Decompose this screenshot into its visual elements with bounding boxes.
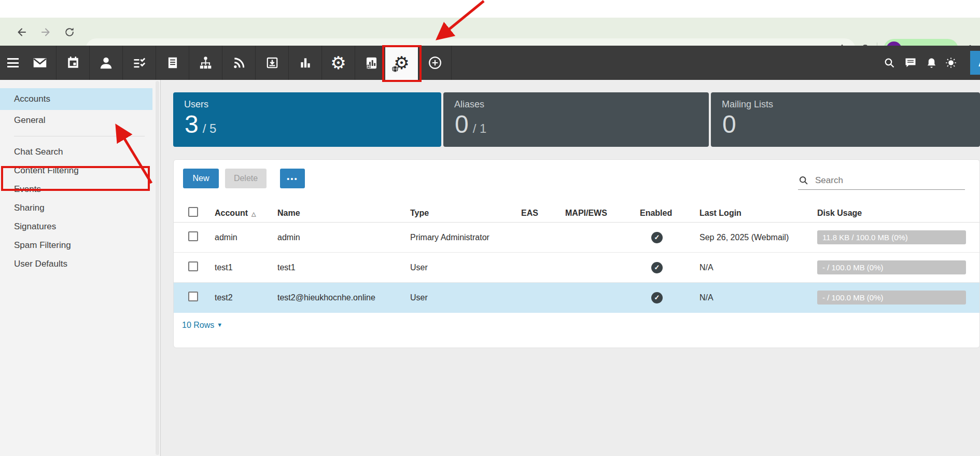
sidebar-item-user-defaults[interactable]: User Defaults <box>0 255 152 273</box>
notifications-bell-icon[interactable] <box>921 46 941 80</box>
header-last-login[interactable]: Last Login <box>699 209 817 218</box>
domain-settings-icon[interactable]: ⚙ <box>385 46 418 80</box>
cell-last-login: N/A <box>699 263 817 272</box>
accounts-panel: New Delete ••• Account△ Name Type EAS MA… <box>173 159 980 348</box>
delete-button[interactable]: Delete <box>225 169 267 188</box>
sidebar-item-spam-filtering[interactable]: Spam Filtering <box>0 236 152 255</box>
row-checkbox[interactable] <box>188 231 198 241</box>
sidebar-item-events[interactable]: Events <box>0 180 152 199</box>
sidebar-divider <box>14 136 145 136</box>
sidebar-item-general[interactable]: General <box>0 110 152 131</box>
new-button[interactable]: New <box>183 169 219 188</box>
table-row-admin[interactable]: admin admin Primary Administrator ✓ Sep … <box>174 223 979 253</box>
header-type[interactable]: Type <box>410 209 521 218</box>
browser-toolbar: mail.zhost.email/interface/root#/setting… <box>0 18 980 46</box>
chat-icon[interactable] <box>901 46 920 80</box>
feeds-rss-icon[interactable] <box>222 46 256 80</box>
cell-last-login: Sep 26, 2025 (Webmail) <box>699 233 817 242</box>
chevron-down-icon: ▼ <box>217 322 222 328</box>
sidebar-item-content-filtering[interactable]: Content Filtering <box>0 161 152 180</box>
table-row-test2[interactable]: test2 test2@hieukhocnhe.online User ✓ N/… <box>174 283 979 313</box>
disk-usage-bar: - / 100.0 MB (0%) <box>817 260 966 274</box>
cell-type: User <box>410 293 521 302</box>
organization-icon[interactable] <box>189 46 222 80</box>
stat-card-aliases[interactable]: Aliases 0/ 1 <box>443 92 709 147</box>
table-search <box>798 171 965 190</box>
install-inbox-icon[interactable] <box>256 46 289 80</box>
stat-label: Mailing Lists <box>722 99 773 110</box>
new-item-plus-icon[interactable] <box>418 46 452 80</box>
browser-reload-button[interactable] <box>63 25 76 39</box>
stat-card-mailing-lists[interactable]: Mailing Lists 0 <box>711 92 980 147</box>
enabled-check-icon: ✓ <box>651 292 663 303</box>
cell-account: test2 <box>215 293 277 302</box>
header-mapi-ews[interactable]: MAPI/EWS <box>565 209 640 218</box>
user-avatar[interactable]: A <box>970 51 980 75</box>
stat-value: 0 <box>722 110 736 138</box>
stat-label: Users <box>184 99 208 110</box>
sidebar-scrollbar[interactable] <box>156 81 159 455</box>
account-stats: Users 3/ 5 Aliases 0/ 1 Mailing Lists 0 <box>173 92 980 147</box>
header-name[interactable]: Name <box>277 209 410 218</box>
row-checkbox[interactable] <box>188 292 198 301</box>
stat-quota: / 1 <box>473 121 487 135</box>
domain-reports-icon[interactable] <box>355 46 388 80</box>
notes-icon[interactable] <box>156 46 189 80</box>
enabled-check-icon: ✓ <box>651 232 663 243</box>
disk-usage-bar: - / 100.0 MB (0%) <box>817 291 966 305</box>
menu-icon[interactable] <box>3 46 23 80</box>
select-all-checkbox[interactable] <box>188 207 198 217</box>
reports-chart-icon[interactable] <box>289 46 322 80</box>
stat-value: 0 <box>455 110 469 138</box>
cell-type: User <box>410 263 521 272</box>
cell-name: test1 <box>277 263 410 272</box>
cell-last-login: N/A <box>699 293 817 302</box>
main-content: Users 3/ 5 Aliases 0/ 1 Mailing Lists 0 … <box>161 80 980 456</box>
tasks-icon[interactable] <box>123 46 156 80</box>
more-actions-button[interactable]: ••• <box>280 169 305 188</box>
panel-toolbar: New Delete ••• <box>174 160 979 204</box>
sidebar-item-chat-search[interactable]: Chat Search <box>0 143 152 161</box>
calendar-icon[interactable] <box>57 46 90 80</box>
browser-tabstrip <box>0 0 980 18</box>
cell-account: admin <box>215 233 277 242</box>
stat-card-users[interactable]: Users 3/ 5 <box>173 92 441 147</box>
sidebar-item-signatures[interactable]: Signatures <box>0 217 152 236</box>
cell-name: test2@hieukhocnhe.online <box>277 293 410 302</box>
app-toolbar: ⚙ ⚙ A <box>0 46 980 80</box>
enabled-check-icon: ✓ <box>651 262 663 273</box>
header-enabled[interactable]: Enabled <box>640 209 699 218</box>
browser-forward-button[interactable] <box>39 25 52 39</box>
sort-asc-icon: △ <box>251 211 256 217</box>
row-checkbox[interactable] <box>188 261 198 271</box>
browser-back-button[interactable] <box>15 25 29 39</box>
cell-type: Primary Administrator <box>410 233 521 242</box>
stat-value: 3 <box>185 110 199 138</box>
sidebar-item-sharing[interactable]: Sharing <box>0 199 152 217</box>
stat-label: Aliases <box>454 99 484 110</box>
header-disk-usage[interactable]: Disk Usage <box>817 209 979 218</box>
header-account[interactable]: Account△ <box>215 209 277 218</box>
mail-icon[interactable] <box>23 46 57 80</box>
search-input[interactable] <box>815 175 960 186</box>
search-icon[interactable] <box>879 46 899 80</box>
disk-usage-bar: 11.8 KB / 100.0 MB (0%) <box>817 230 966 244</box>
header-eas[interactable]: EAS <box>521 209 565 218</box>
cell-name: admin <box>277 233 410 242</box>
brightness-icon[interactable] <box>941 46 961 80</box>
settings-sidebar: Accounts General Chat Search Content Fil… <box>0 80 161 456</box>
rows-per-page-dropdown[interactable]: 10 Rows▼ <box>182 321 222 329</box>
table-header: Account△ Name Type EAS MAPI/EWS Enabled … <box>174 204 979 223</box>
search-icon <box>798 175 809 186</box>
table-row-test1[interactable]: test1 test1 User ✓ N/A - / 100.0 MB (0%) <box>174 253 979 283</box>
settings-gear-icon[interactable]: ⚙ <box>322 46 355 80</box>
contacts-icon[interactable] <box>90 46 123 80</box>
cell-account: test1 <box>215 263 277 272</box>
sidebar-item-accounts[interactable]: Accounts <box>0 88 152 110</box>
stat-quota: / 5 <box>203 121 217 135</box>
page-body: Accounts General Chat Search Content Fil… <box>0 80 980 456</box>
